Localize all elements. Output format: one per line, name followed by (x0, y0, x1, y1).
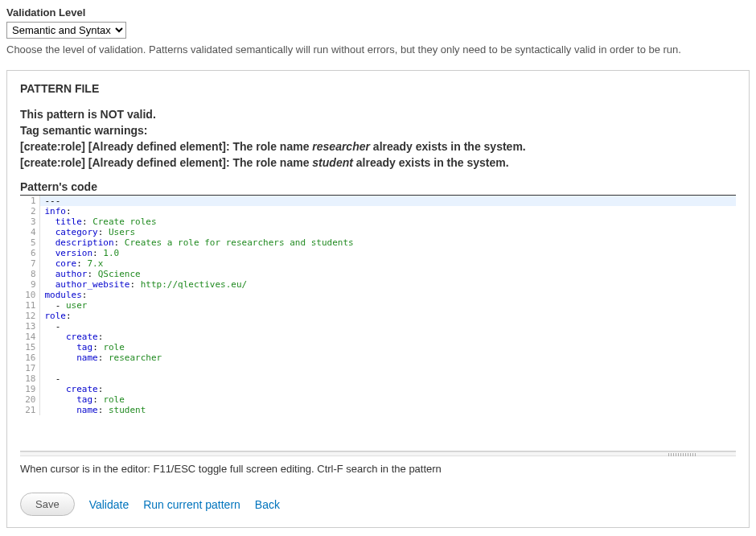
code-content[interactable]: author_website: http://qlectives.eu/ (39, 279, 736, 290)
line-number: 7 (20, 258, 39, 269)
code-content[interactable]: - (39, 373, 736, 384)
code-line[interactable]: 11 - user (20, 300, 736, 311)
warning-line: [create:role] [Already defined element]:… (20, 156, 736, 169)
code-line[interactable]: 8 author: QScience (20, 269, 736, 279)
editor-spacer (20, 415, 736, 451)
line-number: 12 (20, 311, 39, 321)
code-line[interactable]: 13 - (20, 321, 736, 332)
validation-level-select[interactable]: Semantic and Syntax (6, 22, 126, 39)
validation-level-help: Choose the level of validation. Patterns… (6, 43, 750, 56)
code-line[interactable]: 17 (20, 363, 736, 373)
code-line[interactable]: 21 name: student (20, 405, 736, 415)
line-number: 18 (20, 373, 39, 384)
line-number: 15 (20, 342, 39, 353)
code-content[interactable]: title: Create roles (39, 216, 736, 227)
code-content[interactable]: tag: role (39, 394, 736, 405)
code-line[interactable]: 14 create: (20, 332, 736, 342)
warning-line: [create:role] [Already defined element]:… (20, 140, 736, 153)
line-number: 20 (20, 394, 39, 405)
code-line[interactable]: 7 core: 7.x (20, 258, 736, 269)
code-content[interactable]: - (39, 321, 736, 332)
warnings-list: [create:role] [Already defined element]:… (20, 140, 736, 169)
code-line[interactable]: 2info: (20, 206, 736, 216)
back-link[interactable]: Back (255, 498, 280, 511)
line-number: 8 (20, 269, 39, 279)
line-number: 13 (20, 321, 39, 332)
code-content[interactable]: modules: (39, 290, 736, 300)
run-pattern-link[interactable]: Run current pattern (143, 498, 240, 511)
code-line[interactable]: 9 author_website: http://qlectives.eu/ (20, 279, 736, 290)
editor-hint: When cursor is in the editor: F11/ESC to… (20, 463, 736, 475)
pattern-invalid-status: This pattern is NOT valid. (20, 108, 736, 121)
line-number: 4 (20, 227, 39, 237)
code-content[interactable]: --- (39, 196, 736, 206)
line-number: 1 (20, 196, 39, 206)
code-content[interactable]: create: (39, 384, 736, 394)
code-line[interactable]: 15 tag: role (20, 342, 736, 353)
editor-resize-bar[interactable] (20, 451, 736, 456)
code-content[interactable]: - user (39, 300, 736, 311)
line-number: 10 (20, 290, 39, 300)
code-content[interactable]: info: (39, 206, 736, 216)
code-line[interactable]: 12role: (20, 311, 736, 321)
line-number: 14 (20, 332, 39, 342)
pattern-file-title: PATTERN FILE (20, 82, 736, 95)
code-line[interactable]: 1--- (20, 196, 736, 206)
warnings-heading: Tag semantic warnings: (20, 124, 736, 137)
line-number: 21 (20, 405, 39, 415)
line-number: 3 (20, 216, 39, 227)
save-button[interactable]: Save (20, 493, 75, 516)
code-line[interactable]: 20 tag: role (20, 394, 736, 405)
code-content[interactable]: author: QScience (39, 269, 736, 279)
code-content[interactable]: name: student (39, 405, 736, 415)
code-line[interactable]: 10modules: (20, 290, 736, 300)
actions-row: Save Validate Run current pattern Back (20, 493, 736, 516)
code-content[interactable]: description: Creates a role for research… (39, 237, 736, 248)
code-line[interactable]: 5 description: Creates a role for resear… (20, 237, 736, 248)
code-content[interactable]: name: researcher (39, 353, 736, 363)
resize-grip-icon (668, 453, 697, 456)
validation-level-select-wrap: Semantic and Syntax (6, 22, 750, 39)
validation-level-label: Validation Level (6, 6, 750, 19)
code-line[interactable]: 3 title: Create roles (20, 216, 736, 227)
line-number: 2 (20, 206, 39, 216)
code-editor-wrap: 1---2info:3 title: Create roles4 categor… (20, 196, 736, 451)
line-number: 11 (20, 300, 39, 311)
line-number: 19 (20, 384, 39, 394)
code-line[interactable]: 6 version: 1.0 (20, 248, 736, 258)
line-number: 9 (20, 279, 39, 290)
code-content[interactable]: tag: role (39, 342, 736, 353)
code-content[interactable]: version: 1.0 (39, 248, 736, 258)
line-number: 17 (20, 363, 39, 373)
code-line[interactable]: 16 name: researcher (20, 353, 736, 363)
line-number: 16 (20, 353, 39, 363)
pattern-file-panel: PATTERN FILE This pattern is NOT valid. … (6, 70, 750, 528)
code-content[interactable]: core: 7.x (39, 258, 736, 269)
code-content[interactable] (39, 363, 736, 373)
line-number: 6 (20, 248, 39, 258)
code-content[interactable]: create: (39, 332, 736, 342)
code-line[interactable]: 18 - (20, 373, 736, 384)
patterns-code-heading: Pattern's code (20, 180, 736, 196)
validate-link[interactable]: Validate (89, 498, 129, 511)
line-number: 5 (20, 237, 39, 248)
code-content[interactable]: category: Users (39, 227, 736, 237)
code-line[interactable]: 4 category: Users (20, 227, 736, 237)
code-line[interactable]: 19 create: (20, 384, 736, 394)
code-editor[interactable]: 1---2info:3 title: Create roles4 categor… (20, 196, 736, 415)
code-content[interactable]: role: (39, 311, 736, 321)
